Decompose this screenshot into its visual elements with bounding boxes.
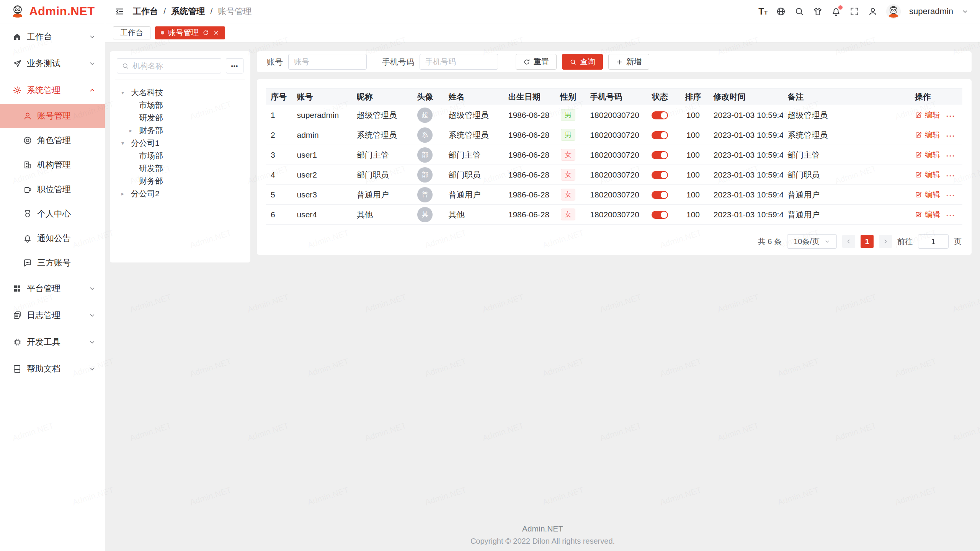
cell-birth: 1986-06-28 bbox=[504, 145, 551, 165]
query-button[interactable]: 查询 bbox=[562, 54, 603, 70]
prev-page-button[interactable] bbox=[842, 235, 855, 248]
sidebar-item-system-mgmt[interactable]: 系统管理 bbox=[0, 77, 105, 104]
edit-button[interactable]: 编辑 bbox=[915, 130, 940, 140]
tree-node[interactable]: 研发部 bbox=[115, 111, 245, 124]
theme-icon[interactable] bbox=[813, 7, 823, 16]
person-icon[interactable] bbox=[868, 7, 878, 16]
sidebar-menu: 工作台业务测试系统管理账号管理角色管理机构管理职位管理个人中心通知公告三方账号平… bbox=[0, 23, 105, 382]
sidebar-item-log-mgmt[interactable]: 日志管理 bbox=[0, 302, 105, 329]
status-toggle[interactable] bbox=[652, 111, 668, 119]
sidebar-item-third-party-account[interactable]: 三方账号 bbox=[0, 251, 105, 275]
page-size-select[interactable]: 10条/页 bbox=[787, 234, 837, 249]
sidebar-item-workbench[interactable]: 工作台 bbox=[0, 23, 105, 50]
edit-icon bbox=[915, 131, 922, 139]
tree-node[interactable]: ▾大名科技 bbox=[115, 86, 245, 99]
tree-node[interactable]: 研发部 bbox=[115, 162, 245, 174]
status-toggle[interactable] bbox=[652, 151, 668, 159]
user-avatar[interactable] bbox=[886, 4, 901, 19]
more-actions-button[interactable]: ··· bbox=[946, 192, 956, 200]
edit-button[interactable]: 编辑 bbox=[915, 170, 940, 180]
sidebar-item-label: 系统管理 bbox=[27, 85, 60, 96]
status-toggle[interactable] bbox=[652, 171, 668, 179]
next-page-button[interactable] bbox=[879, 235, 892, 248]
account-input[interactable] bbox=[288, 54, 367, 70]
close-icon[interactable] bbox=[213, 29, 219, 36]
refresh-icon[interactable] bbox=[203, 29, 209, 36]
org-search-input[interactable] bbox=[132, 62, 216, 70]
status-toggle[interactable] bbox=[652, 191, 668, 199]
footer-title: Admin.NET bbox=[105, 524, 980, 533]
chevron-down-icon[interactable] bbox=[962, 8, 969, 15]
more-actions-button[interactable]: ··· bbox=[946, 112, 956, 120]
status-toggle[interactable] bbox=[652, 131, 668, 139]
edit-button[interactable]: 编辑 bbox=[915, 150, 940, 160]
caret-expanded-icon[interactable]: ▾ bbox=[121, 90, 131, 96]
edit-button[interactable]: 编辑 bbox=[915, 189, 940, 200]
cell-modified: 2023-01-03 10:59:44 bbox=[709, 165, 783, 185]
search-icon[interactable] bbox=[794, 7, 804, 16]
breadcrumb-item[interactable]: 系统管理 bbox=[171, 6, 205, 17]
sidebar-item-dev-tools[interactable]: 开发工具 bbox=[0, 329, 105, 355]
cell-name: 超级管理员 bbox=[444, 105, 504, 125]
chevron-down-icon bbox=[89, 33, 96, 40]
edit-button[interactable]: 编辑 bbox=[915, 209, 940, 220]
column-header-account: 账号 bbox=[292, 89, 352, 105]
edit-button[interactable]: 编辑 bbox=[915, 110, 940, 120]
tab-label: 工作台 bbox=[120, 28, 143, 38]
cell-account: admin bbox=[292, 125, 352, 145]
active-dot-icon bbox=[161, 31, 164, 34]
cell-birth: 1986-06-28 bbox=[504, 205, 551, 225]
cell-order: 100 bbox=[677, 165, 709, 185]
tree-node[interactable]: ▸财务部 bbox=[115, 124, 245, 137]
avatar: 系 bbox=[417, 127, 433, 143]
more-actions-button[interactable]: ··· bbox=[946, 152, 956, 160]
sidebar-item-account-mgmt[interactable]: 账号管理 bbox=[0, 104, 105, 128]
gender-badge: 女 bbox=[561, 209, 575, 220]
tree-node[interactable]: ▾分公司1 bbox=[115, 137, 245, 149]
cell-remark: 部门职员 bbox=[783, 165, 910, 185]
username[interactable]: superadmin bbox=[909, 7, 953, 16]
toggle-knob bbox=[661, 172, 667, 178]
status-toggle[interactable] bbox=[652, 211, 668, 219]
sidebar-item-help-docs[interactable]: 帮助文档 bbox=[0, 355, 105, 382]
more-actions-button[interactable]: ··· bbox=[946, 132, 956, 140]
org-tree-toolbar: ••• bbox=[115, 57, 245, 80]
sidebar-item-notice[interactable]: 通知公告 bbox=[0, 226, 105, 251]
edit-label: 编辑 bbox=[925, 150, 940, 160]
sidebar-item-org-mgmt[interactable]: 机构管理 bbox=[0, 153, 105, 177]
tab-account-mgmt[interactable]: 账号管理 bbox=[155, 26, 225, 39]
book-icon bbox=[13, 364, 22, 373]
cell-avatar: 部 bbox=[406, 145, 444, 165]
caret-expanded-icon[interactable]: ▾ bbox=[121, 140, 131, 146]
caret-collapsed-icon[interactable]: ▸ bbox=[121, 191, 131, 197]
more-actions-button[interactable]: ··· bbox=[946, 172, 956, 180]
total-count: 共 6 条 bbox=[758, 236, 782, 247]
bell-icon bbox=[23, 234, 32, 243]
phone-input[interactable] bbox=[420, 54, 498, 70]
breadcrumb-item[interactable]: 工作台 bbox=[133, 6, 158, 17]
sidebar-item-role-mgmt[interactable]: 角色管理 bbox=[0, 128, 105, 153]
sidebar-item-business-test[interactable]: 业务测试 bbox=[0, 50, 105, 77]
caret-collapsed-icon[interactable]: ▸ bbox=[129, 127, 139, 134]
tree-node[interactable]: 市场部 bbox=[115, 99, 245, 111]
sidebar-item-platform-mgmt[interactable]: 平台管理 bbox=[0, 275, 105, 302]
font-size-icon[interactable]: TT bbox=[758, 7, 768, 16]
goto-page-input[interactable] bbox=[918, 234, 949, 249]
tab-workbench[interactable]: 工作台 bbox=[113, 26, 150, 39]
more-actions-button[interactable]: ··· bbox=[946, 212, 956, 220]
app-root: Admin.NET 工作台业务测试系统管理账号管理角色管理机构管理职位管理个人中… bbox=[0, 0, 980, 551]
table-header-row: 序号账号昵称头像姓名出生日期性别手机号码状态排序修改时间备注操作 bbox=[266, 89, 962, 105]
tree-node[interactable]: ▸分公司2 bbox=[115, 187, 245, 200]
sidebar-item-profile-center[interactable]: 个人中心 bbox=[0, 202, 105, 226]
current-page[interactable]: 1 bbox=[861, 235, 874, 248]
notification-icon[interactable] bbox=[831, 7, 841, 16]
reset-button[interactable]: 重置 bbox=[516, 54, 557, 70]
fullscreen-icon[interactable] bbox=[849, 7, 859, 16]
add-button[interactable]: 新增 bbox=[608, 54, 649, 70]
collapse-menu-icon[interactable] bbox=[114, 7, 124, 16]
tree-more-button[interactable]: ••• bbox=[226, 58, 243, 73]
language-icon[interactable] bbox=[776, 7, 786, 16]
tree-node[interactable]: 市场部 bbox=[115, 149, 245, 162]
sidebar-item-position-mgmt[interactable]: 职位管理 bbox=[0, 177, 105, 202]
tree-node[interactable]: 财务部 bbox=[115, 174, 245, 187]
